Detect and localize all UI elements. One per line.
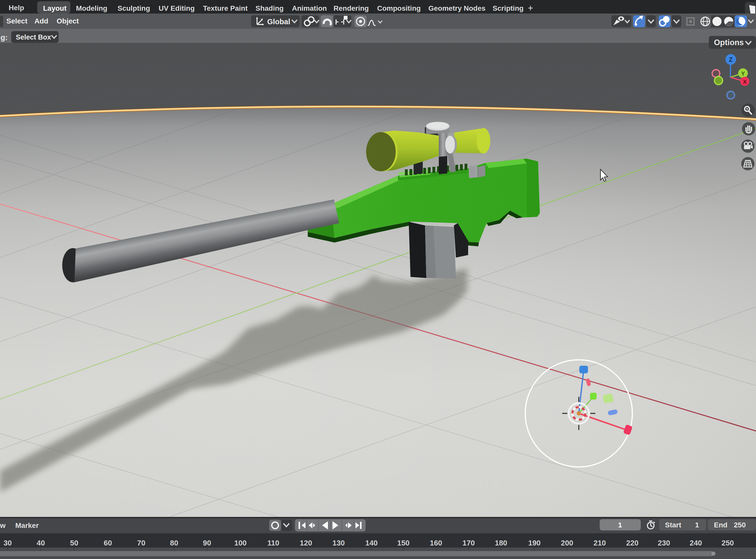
svg-text:w: w: [0, 521, 6, 530]
svg-text:Options: Options: [714, 38, 744, 47]
svg-text:Scripting: Scripting: [492, 4, 524, 12]
svg-text:Global: Global: [267, 18, 290, 26]
svg-text:240: 240: [690, 539, 702, 547]
svg-text:Layout: Layout: [43, 4, 67, 12]
svg-text:g:: g:: [1, 33, 8, 42]
svg-text:190: 190: [528, 539, 541, 547]
svg-text:Modeling: Modeling: [76, 4, 107, 12]
svg-text:Animation: Animation: [292, 4, 327, 12]
svg-text:30: 30: [4, 539, 12, 547]
svg-text:Z: Z: [729, 56, 733, 63]
svg-text:50: 50: [70, 539, 78, 547]
svg-text:180: 180: [495, 539, 507, 547]
svg-text:60: 60: [104, 539, 112, 547]
svg-text:Object: Object: [56, 17, 79, 25]
svg-text:X: X: [743, 79, 747, 85]
svg-text:200: 200: [561, 539, 573, 547]
svg-text:Texture Paint: Texture Paint: [203, 4, 248, 12]
svg-text:130: 130: [333, 539, 345, 547]
svg-text:100: 100: [234, 539, 247, 547]
svg-text:70: 70: [137, 539, 145, 547]
svg-text:1: 1: [618, 521, 622, 529]
svg-text:Marker: Marker: [15, 521, 39, 530]
svg-text:Select: Select: [6, 17, 27, 25]
svg-text:Rendering: Rendering: [334, 4, 369, 12]
svg-text:140: 140: [365, 539, 377, 547]
svg-text:Geometry Nodes: Geometry Nodes: [428, 4, 485, 12]
svg-text:Help: Help: [9, 4, 24, 12]
svg-text:40: 40: [37, 539, 45, 547]
svg-text:UV Editing: UV Editing: [159, 4, 195, 12]
svg-text:250: 250: [721, 539, 734, 547]
svg-text:170: 170: [462, 539, 475, 547]
svg-text:80: 80: [170, 539, 178, 547]
svg-text:250: 250: [734, 521, 746, 529]
svg-text:210: 210: [594, 539, 606, 547]
svg-text:Start: Start: [665, 521, 681, 529]
svg-text:Y: Y: [741, 70, 745, 77]
svg-text:Sculpting: Sculpting: [117, 4, 150, 12]
svg-text:230: 230: [658, 539, 670, 547]
svg-text:160: 160: [430, 539, 442, 547]
svg-text:Shading: Shading: [255, 4, 283, 12]
svg-text:Compositing: Compositing: [377, 4, 421, 12]
svg-text:90: 90: [203, 539, 211, 547]
svg-text:110: 110: [268, 539, 279, 547]
svg-text:End: End: [714, 521, 728, 529]
svg-text:150: 150: [397, 539, 410, 547]
svg-text:+: +: [528, 3, 533, 13]
svg-text:1: 1: [695, 521, 699, 529]
svg-text:220: 220: [626, 539, 639, 547]
svg-text:Select Box: Select Box: [16, 33, 51, 41]
svg-text:120: 120: [300, 539, 312, 547]
svg-text:Add: Add: [35, 17, 48, 25]
